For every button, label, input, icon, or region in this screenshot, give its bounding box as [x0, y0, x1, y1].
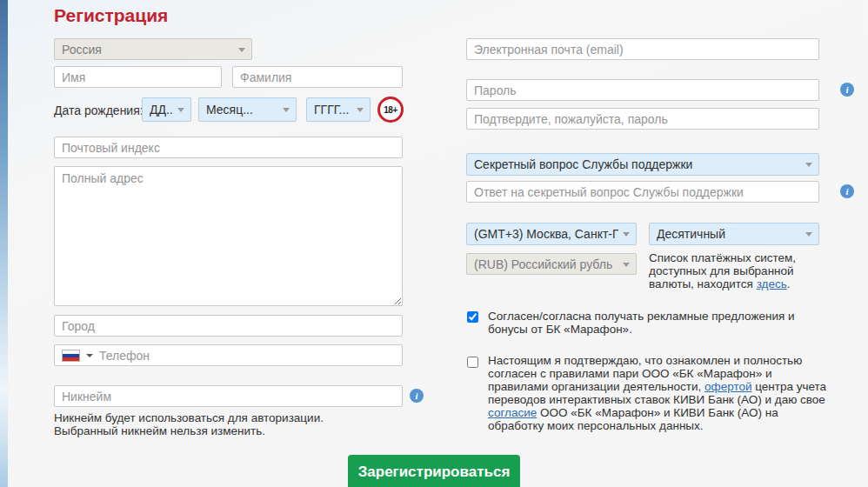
nickname-note: Никнейм будет использоваться для авториз… — [54, 411, 437, 437]
consent-link[interactable]: согласие — [488, 406, 537, 419]
currency-value: (RUB) Российский рубль — [474, 257, 612, 271]
phone-input[interactable] — [99, 349, 395, 363]
confirm-password-input[interactable] — [466, 108, 819, 130]
dob-day-value: ДД... — [150, 103, 173, 117]
chevron-down-icon — [623, 263, 630, 267]
payment-systems-note: Список платёжных систем, доступных для в… — [649, 251, 814, 290]
chevron-down-icon — [805, 232, 812, 237]
secret-question-value: Секретный вопрос Службы поддержки — [474, 157, 692, 171]
nickname-input[interactable] — [54, 385, 403, 407]
nickname-info-icon[interactable]: i — [410, 389, 424, 403]
chevron-down-icon — [177, 108, 184, 112]
nickname-note-line1: Никнейм будет использоваться для авториз… — [54, 411, 437, 424]
terms-consent-label: Настоящим я подтверждаю, что ознакомлен … — [488, 354, 834, 432]
secret-answer-input[interactable] — [466, 181, 819, 203]
secret-answer-info-icon[interactable]: i — [840, 184, 854, 198]
odds-format-select[interactable]: Десятичный — [649, 223, 819, 245]
background-gradient-strip — [0, 0, 8, 487]
password-input[interactable] — [466, 79, 819, 101]
terms-consent-checkbox[interactable] — [467, 357, 478, 368]
email-input[interactable] — [466, 38, 819, 60]
age-18plus-icon: 18+ — [377, 97, 404, 123]
last-name-input[interactable] — [232, 66, 403, 88]
timezone-value: (GMT+3) Москва, Санкт-Петер — [474, 227, 618, 241]
currency-select[interactable]: (RUB) Российский рубль — [466, 253, 637, 275]
nickname-note-line2: Выбранный никнейм нельзя изменить. — [54, 424, 437, 437]
payment-systems-link[interactable]: здесь — [757, 277, 787, 290]
first-name-input[interactable] — [54, 66, 222, 88]
timezone-select[interactable]: (GMT+3) Москва, Санкт-Петер — [466, 223, 637, 245]
odds-format-value: Десятичный — [657, 227, 725, 241]
city-input[interactable] — [54, 315, 403, 337]
marketing-consent-label: Согласен/согласна получать рекламные пре… — [488, 310, 829, 336]
phone-field — [54, 344, 403, 366]
dob-month-select[interactable]: Месяц... — [198, 97, 297, 122]
country-select[interactable]: Россия — [54, 38, 252, 60]
chevron-down-icon — [805, 163, 812, 167]
registration-page: Регистрация Россия Дата рождения: ДД... … — [0, 0, 868, 487]
full-address-textarea[interactable] — [54, 166, 403, 306]
date-of-birth-label: Дата рождения: — [54, 103, 144, 117]
dob-month-value: Месяц... — [206, 103, 253, 117]
chevron-down-icon — [283, 108, 290, 112]
phone-country-chevron-down-icon[interactable] — [86, 354, 93, 357]
postal-code-input[interactable] — [54, 137, 403, 158]
payment-note-suffix: . — [787, 277, 791, 290]
secret-question-select[interactable]: Секретный вопрос Службы поддержки — [466, 153, 819, 176]
password-info-icon[interactable]: i — [840, 83, 854, 97]
dob-year-value: ГГГГ... — [314, 103, 349, 117]
chevron-down-icon — [357, 108, 364, 112]
marketing-consent-checkbox[interactable] — [467, 311, 478, 323]
dob-day-select[interactable]: ДД... — [142, 97, 191, 122]
russia-flag-icon[interactable] — [62, 350, 80, 362]
register-button[interactable]: Зарегистрироваться — [348, 455, 520, 487]
page-title: Регистрация — [54, 5, 168, 26]
dob-year-select[interactable]: ГГГГ... — [306, 97, 371, 122]
country-select-value: Россия — [62, 43, 102, 57]
offer-link[interactable]: офертой — [704, 380, 751, 393]
chevron-down-icon — [238, 48, 245, 52]
chevron-down-icon — [623, 232, 630, 237]
